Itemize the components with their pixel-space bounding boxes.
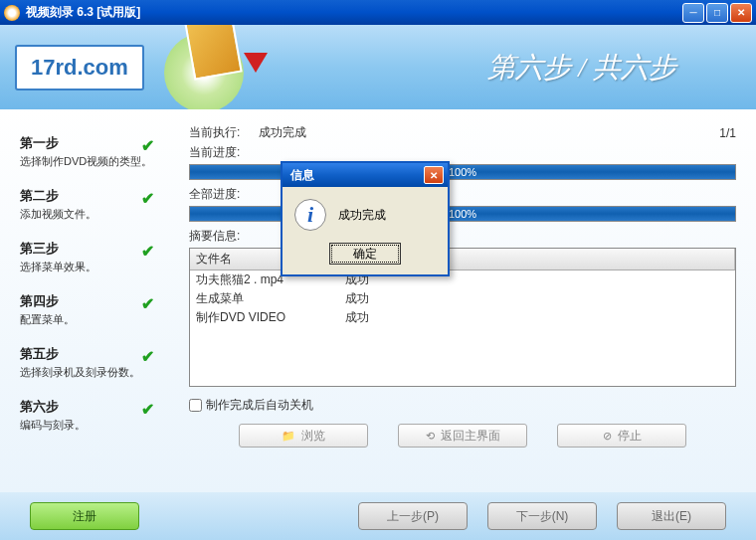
step-desc: 选择刻录机及刻录份数。 — [20, 365, 164, 380]
footer: 注册 上一步(P) 下一步(N) 退出(E) — [0, 492, 756, 540]
cell-filename: 制作DVD VIDEO — [190, 308, 339, 327]
check-icon: ✔ — [141, 189, 154, 208]
window-title: 视频刻录 6.3 [试用版] — [26, 4, 682, 21]
stop-icon: ⊘ — [603, 430, 612, 443]
back-icon: ⟲ — [426, 430, 435, 443]
current-exec-value: 成功完成 — [259, 124, 719, 141]
sidebar-step-6: 第六步 编码与刻录。 ✔ — [20, 398, 164, 433]
sidebar: 第一步 选择制作DVD视频的类型。 ✔ 第二步 添加视频文件。 ✔ 第三步 选择… — [0, 109, 179, 492]
current-exec-label: 当前执行: — [189, 124, 259, 141]
window-buttons: ─ □ ✕ — [682, 3, 752, 23]
stop-label: 停止 — [618, 428, 642, 445]
table-row[interactable]: 制作DVD VIDEO 成功 — [190, 308, 735, 327]
step-desc: 选择制作DVD视频的类型。 — [20, 154, 164, 169]
sidebar-step-5: 第五步 选择刻录机及刻录份数。 ✔ — [20, 345, 164, 380]
cell-status: 成功 — [339, 289, 735, 308]
close-button[interactable]: ✕ — [730, 3, 752, 23]
step-desc: 添加视频文件。 — [20, 207, 164, 222]
modal-close-button[interactable]: ✕ — [424, 166, 444, 184]
logo: 17rd.com — [15, 45, 144, 90]
table-row[interactable]: 功夫熊猫2 . mp4 成功 — [190, 270, 735, 289]
auto-shutdown-checkbox[interactable] — [189, 399, 202, 412]
check-icon: ✔ — [141, 242, 154, 261]
cell-status: 成功 — [339, 308, 735, 327]
app-icon — [4, 5, 20, 21]
header: 17rd.com 第六步 / 共六步 — [0, 25, 756, 109]
auto-shutdown-label: 制作完成后自动关机 — [206, 397, 313, 414]
check-icon: ✔ — [141, 294, 154, 313]
browse-button[interactable]: 📁 浏览 — [239, 424, 368, 448]
cell-filename: 生成菜单 — [190, 289, 339, 308]
titlebar: 视频刻录 6.3 [试用版] ─ □ ✕ — [0, 0, 756, 25]
minimize-button[interactable]: ─ — [682, 3, 704, 23]
total-progress-bar: 100% — [189, 206, 736, 222]
total-progress-text: 100% — [190, 207, 735, 221]
check-icon: ✔ — [141, 400, 154, 419]
check-icon: ✔ — [141, 136, 154, 155]
sidebar-step-4: 第四步 配置菜单。 ✔ — [20, 292, 164, 327]
exit-button[interactable]: 退出(E) — [617, 502, 726, 530]
current-progress-bar: 100% — [189, 164, 736, 180]
browse-label: 浏览 — [301, 428, 325, 445]
check-icon: ✔ — [141, 347, 154, 366]
disc-graphic — [164, 25, 254, 109]
sidebar-step-3: 第三步 选择菜单效果。 ✔ — [20, 240, 164, 274]
summary-label: 摘要信息: — [189, 228, 259, 245]
folder-icon: 📁 — [282, 430, 295, 443]
step-desc: 配置菜单。 — [20, 312, 164, 327]
modal-message: 成功完成 — [338, 207, 386, 224]
table-row[interactable]: 生成菜单 成功 — [190, 289, 735, 308]
return-button[interactable]: ⟲ 返回主界面 — [398, 424, 527, 448]
register-button[interactable]: 注册 — [30, 502, 139, 530]
modal-titlebar[interactable]: 信息 ✕ — [283, 163, 448, 187]
current-progress-text: 100% — [190, 165, 735, 179]
maximize-button[interactable]: □ — [706, 3, 728, 23]
auto-shutdown-row: 制作完成后自动关机 — [189, 397, 736, 414]
modal-title: 信息 — [286, 167, 424, 184]
info-modal: 信息 ✕ i 成功完成 确定 — [281, 161, 450, 276]
info-icon: i — [294, 199, 326, 231]
return-label: 返回主界面 — [441, 428, 500, 445]
next-button[interactable]: 下一步(N) — [487, 502, 597, 530]
modal-ok-button[interactable]: 确定 — [329, 243, 401, 265]
prev-button[interactable]: 上一步(P) — [358, 502, 468, 530]
sidebar-step-1: 第一步 选择制作DVD视频的类型。 ✔ — [20, 134, 164, 169]
total-progress-label: 全部进度: — [189, 186, 259, 203]
arrow-down-icon — [244, 53, 268, 73]
step-desc: 编码与刻录。 — [20, 418, 164, 433]
summary-table: 文件名 状态 功夫熊猫2 . mp4 成功 生成菜单 成功 制作DVD VIDE… — [189, 248, 736, 387]
current-progress-label: 当前进度: — [189, 144, 259, 161]
stop-button[interactable]: ⊘ 停止 — [557, 424, 686, 448]
step-desc: 选择菜单效果。 — [20, 260, 164, 274]
sidebar-step-2: 第二步 添加视频文件。 ✔ — [20, 187, 164, 222]
main-panel: 当前执行: 成功完成 1/1 当前进度: 100% 全部进度: 100% 摘要信… — [179, 109, 756, 492]
page-counter: 1/1 — [719, 126, 736, 140]
header-step-title: 第六步 / 共六步 — [487, 49, 676, 87]
